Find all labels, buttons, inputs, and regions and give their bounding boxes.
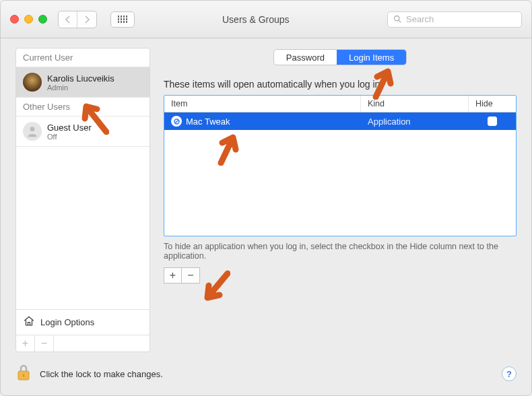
svg-line-1 xyxy=(399,20,401,22)
table-body: Mac Tweak Application xyxy=(164,112,516,236)
hide-checkbox[interactable] xyxy=(488,117,497,126)
titlebar: Users & Groups Search xyxy=(1,1,531,38)
remove-login-item-button[interactable]: − xyxy=(182,268,199,283)
current-user-label: Current User xyxy=(16,48,149,67)
lock-button[interactable] xyxy=(15,363,32,385)
grid-icon xyxy=(118,15,128,23)
minimize-window-button[interactable] xyxy=(24,15,33,24)
add-user-button[interactable]: + xyxy=(16,335,35,352)
search-placeholder: Search xyxy=(406,14,434,24)
chevron-right-icon xyxy=(84,15,90,24)
add-login-item-button[interactable]: + xyxy=(164,268,182,283)
chevron-left-icon xyxy=(65,15,71,24)
user-row-guest[interactable]: Guest User Off xyxy=(16,117,149,146)
table-header: Item Kind Hide xyxy=(164,96,516,112)
table-row[interactable]: Mac Tweak Application xyxy=(164,112,516,130)
col-hide[interactable]: Hide xyxy=(469,96,516,112)
svg-rect-5 xyxy=(23,374,24,377)
user-role: Off xyxy=(47,133,92,141)
sidebar-add-remove: + − xyxy=(16,335,149,352)
login-items-table: Item Kind Hide Mac Tweak Application xyxy=(164,95,517,236)
user-row-current[interactable]: Karolis Liucveikis Admin xyxy=(16,67,149,97)
user-name: Karolis Liucveikis xyxy=(47,73,114,84)
content: Current User Karolis Liucveikis Admin Ot… xyxy=(1,38,531,395)
nav-buttons xyxy=(58,11,97,28)
tab-password[interactable]: Password xyxy=(274,50,337,65)
login-items-add-remove: + − xyxy=(164,267,200,284)
tab-segment: Password Login Items xyxy=(273,49,407,65)
house-icon xyxy=(23,315,35,329)
tab-login-items[interactable]: Login Items xyxy=(337,50,406,65)
window-controls xyxy=(10,15,47,24)
search-input[interactable]: Search xyxy=(387,11,522,28)
login-items-description: These items will open automatically when… xyxy=(164,79,517,90)
person-icon xyxy=(26,125,39,138)
login-options-button[interactable]: Login Options xyxy=(16,309,149,335)
login-options-label: Login Options xyxy=(40,317,94,327)
zoom-window-button[interactable] xyxy=(38,15,47,24)
users-sidebar: Current User Karolis Liucveikis Admin Ot… xyxy=(15,48,150,352)
search-icon xyxy=(393,15,402,24)
users-groups-window: Users & Groups Search Current User Karol… xyxy=(0,0,532,396)
item-name: Mac Tweak xyxy=(186,117,230,127)
lock-text: Click the lock to make changes. xyxy=(40,369,163,379)
show-all-button[interactable] xyxy=(110,11,135,28)
footer: Click the lock to make changes. ? xyxy=(15,352,517,385)
help-button[interactable]: ? xyxy=(502,366,517,381)
user-name: Guest User xyxy=(47,123,92,133)
app-icon xyxy=(171,116,182,127)
other-users-label: Other Users xyxy=(16,97,149,117)
col-item[interactable]: Item xyxy=(164,96,361,112)
svg-point-0 xyxy=(395,16,399,21)
hint-text: To hide an application when you log in, … xyxy=(164,242,517,261)
remove-user-button[interactable]: − xyxy=(35,335,54,352)
svg-point-2 xyxy=(30,127,35,131)
window-title: Users & Groups xyxy=(222,14,290,25)
main-pane: Password Login Items These items will op… xyxy=(164,48,517,352)
lock-icon xyxy=(15,363,32,382)
forward-button[interactable] xyxy=(77,11,96,28)
user-role: Admin xyxy=(47,84,114,92)
col-kind[interactable]: Kind xyxy=(361,96,469,112)
avatar xyxy=(23,73,42,92)
item-kind: Application xyxy=(361,117,469,127)
avatar xyxy=(23,122,42,141)
back-button[interactable] xyxy=(59,11,77,28)
close-window-button[interactable] xyxy=(10,15,19,24)
